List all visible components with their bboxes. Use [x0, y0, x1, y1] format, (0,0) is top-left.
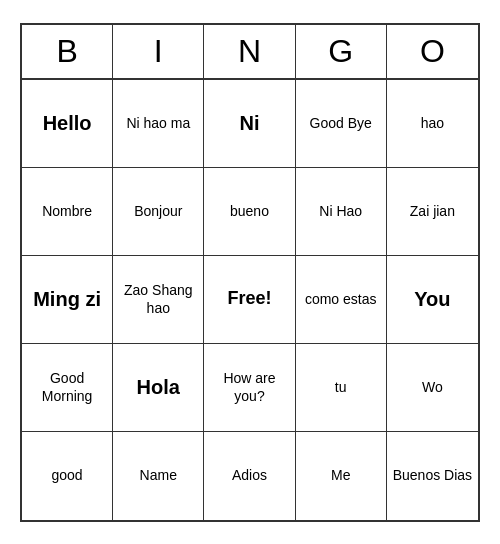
header-letter-I: I	[113, 25, 204, 78]
header-letter-G: G	[296, 25, 387, 78]
bingo-cell-2: Ni	[204, 80, 295, 168]
bingo-cell-0: Hello	[22, 80, 113, 168]
bingo-cell-10: Ming zi	[22, 256, 113, 344]
bingo-cell-22: Adios	[204, 432, 295, 520]
bingo-cell-7: bueno	[204, 168, 295, 256]
bingo-cell-24: Buenos Dias	[387, 432, 478, 520]
bingo-card: BINGO HelloNi hao maNiGood ByehaoNombreB…	[20, 23, 480, 522]
bingo-cell-17: How are you?	[204, 344, 295, 432]
bingo-cell-18: tu	[296, 344, 387, 432]
bingo-cell-8: Ni Hao	[296, 168, 387, 256]
bingo-cell-4: hao	[387, 80, 478, 168]
header-letter-B: B	[22, 25, 113, 78]
bingo-cell-12: Free!	[204, 256, 295, 344]
bingo-grid: HelloNi hao maNiGood ByehaoNombreBonjour…	[22, 80, 478, 520]
bingo-cell-1: Ni hao ma	[113, 80, 204, 168]
bingo-cell-14: You	[387, 256, 478, 344]
bingo-cell-19: Wo	[387, 344, 478, 432]
header-letter-O: O	[387, 25, 478, 78]
bingo-cell-6: Bonjour	[113, 168, 204, 256]
bingo-header: BINGO	[22, 25, 478, 80]
header-letter-N: N	[204, 25, 295, 78]
bingo-cell-3: Good Bye	[296, 80, 387, 168]
bingo-cell-15: Good Morning	[22, 344, 113, 432]
bingo-cell-21: Name	[113, 432, 204, 520]
bingo-cell-9: Zai jian	[387, 168, 478, 256]
bingo-cell-20: good	[22, 432, 113, 520]
bingo-cell-13: como estas	[296, 256, 387, 344]
bingo-cell-23: Me	[296, 432, 387, 520]
bingo-cell-5: Nombre	[22, 168, 113, 256]
bingo-cell-11: Zao Shang hao	[113, 256, 204, 344]
bingo-cell-16: Hola	[113, 344, 204, 432]
